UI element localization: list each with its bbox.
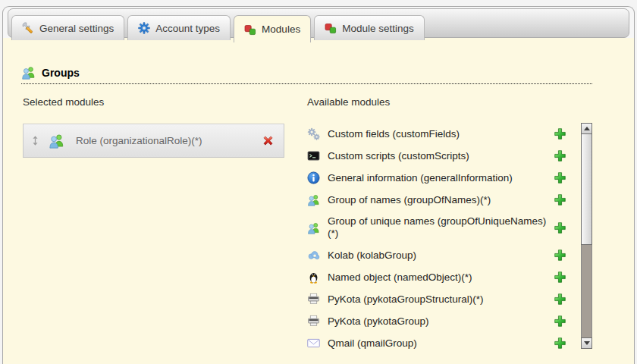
groups-icon — [307, 193, 320, 206]
add-module-button[interactable] — [554, 193, 566, 206]
tab-modules[interactable]: Modules — [234, 15, 311, 42]
available-modules-list: Custom fields (customFields) Custom scri… — [307, 123, 573, 354]
envelope-icon — [307, 337, 320, 350]
add-module-button[interactable] — [554, 171, 566, 184]
tab-module-settings[interactable]: Module settings — [314, 15, 425, 40]
tab-label: Module settings — [342, 23, 414, 34]
selected-module-label: Role (organizationalRole)(*) — [76, 135, 262, 146]
modules-icon — [325, 22, 337, 34]
tab-list: General settings Account types Modules M… — [11, 12, 425, 40]
available-module-label: PyKota (pykotaGroupStructural)(*) — [328, 293, 554, 306]
add-module-button[interactable] — [554, 149, 566, 162]
available-module-label: Group of unique names (groupOfUniqueName… — [328, 215, 554, 240]
available-module-row: General information (generalInformation) — [307, 167, 573, 189]
selected-modules-panel: Selected modules Role (organizationalRol… — [23, 96, 297, 158]
available-module-label: Custom scripts (customScripts) — [328, 150, 554, 162]
scroll-down-button[interactable] — [581, 337, 592, 349]
add-module-button[interactable] — [554, 293, 566, 306]
triangle-down-icon — [584, 341, 590, 345]
available-module-label: Qmail (qmailGroup) — [328, 337, 554, 350]
scrollbar[interactable] — [581, 123, 592, 349]
add-module-button[interactable] — [554, 337, 566, 350]
add-module-button[interactable] — [554, 249, 566, 262]
available-modules-panel: Available modules Custom fields (customF… — [307, 96, 592, 354]
remove-module-button[interactable] — [262, 134, 275, 147]
available-module-label: PyKota (pykotaGroup) — [328, 315, 554, 328]
gears-icon — [307, 127, 320, 140]
gear-icon — [138, 22, 150, 34]
groups-icon — [307, 221, 320, 234]
modules-tab-panel: Groups Selected modules Role (organizati… — [3, 38, 634, 364]
available-module-label: Kolab (kolabGroup) — [328, 249, 554, 262]
available-module-label: Named object (namedObject)(*) — [328, 271, 554, 284]
terminal-icon — [307, 149, 320, 162]
add-module-button[interactable] — [554, 221, 566, 234]
triangle-up-icon — [584, 127, 590, 130]
available-module-row: Named object (namedObject)(*) — [307, 266, 573, 288]
printer-icon — [307, 293, 320, 306]
available-module-row: Custom fields (customFields) — [307, 123, 573, 145]
scroll-up-button[interactable] — [581, 123, 592, 134]
tab-label: Modules — [262, 24, 300, 35]
settings-window: General settings Account types Modules M… — [2, 6, 635, 364]
tab-account-types[interactable]: Account types — [127, 15, 231, 40]
available-module-row: Group of names (groupOfNames)(*) — [307, 189, 573, 211]
scrollbar-track[interactable] — [581, 245, 592, 337]
selected-modules-header: Selected modules — [23, 96, 297, 108]
available-module-label: Custom fields (customFields) — [328, 128, 554, 140]
tab-label: Account types — [155, 23, 220, 34]
section-title: Groups — [42, 67, 80, 79]
available-module-row: Group of unique names (groupOfUniqueName… — [307, 211, 573, 244]
cloud-icon — [307, 249, 320, 262]
modules-icon — [244, 24, 256, 36]
add-module-button[interactable] — [554, 315, 566, 328]
wrench-icon — [22, 22, 34, 34]
selected-module-row: Role (organizationalRole)(*) — [23, 124, 284, 158]
add-module-button[interactable] — [554, 271, 566, 284]
available-modules-scroll-area: Custom fields (customFields) Custom scri… — [307, 123, 592, 354]
tab-general-settings[interactable]: General settings — [11, 15, 124, 40]
drag-handle-icon[interactable] — [32, 135, 39, 146]
groups-icon — [49, 133, 64, 149]
available-module-row: PyKota (pykotaGroup) — [307, 310, 573, 332]
available-module-row: PyKota (pykotaGroupStructural)(*) — [307, 288, 573, 310]
section-heading: Groups — [21, 65, 592, 84]
penguin-icon — [307, 271, 320, 284]
tab-bar: General settings Account types Modules M… — [8, 8, 629, 38]
groups-icon — [21, 65, 36, 80]
info-icon — [307, 171, 320, 184]
available-module-row: Kolab (kolabGroup) — [307, 244, 573, 266]
selected-modules-list: Role (organizationalRole)(*) — [23, 124, 297, 158]
available-modules-header: Available modules — [307, 96, 592, 108]
add-module-button[interactable] — [554, 127, 566, 140]
available-module-label: Group of names (groupOfNames)(*) — [328, 194, 554, 206]
printer-icon — [307, 315, 320, 328]
available-module-label: General information (generalInformation) — [328, 172, 554, 184]
available-module-row: Custom scripts (customScripts) — [307, 145, 573, 167]
scrollbar-thumb[interactable] — [581, 134, 592, 245]
tab-label: General settings — [39, 23, 114, 34]
available-module-row: Qmail (qmailGroup) — [307, 332, 573, 354]
